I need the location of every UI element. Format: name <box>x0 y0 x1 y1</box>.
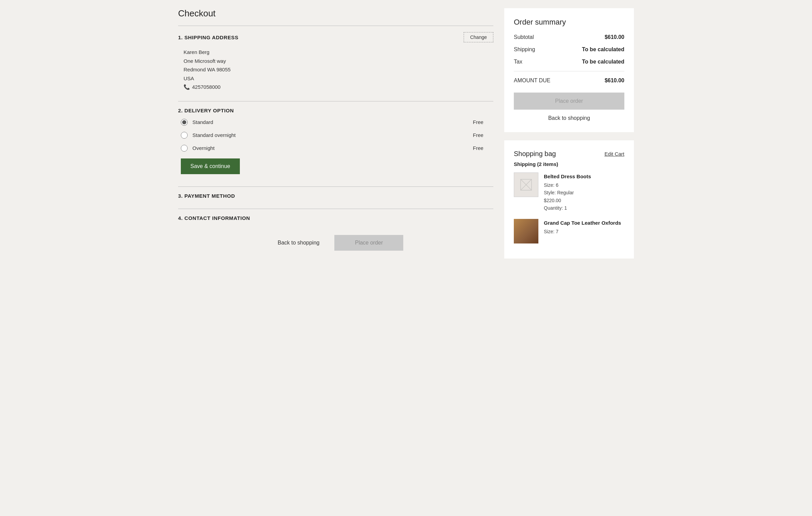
summary-row-shipping: Shipping To be calculated <box>514 46 624 53</box>
amount-due-label: AMOUNT DUE <box>514 78 550 84</box>
subtotal-value: $610.00 <box>605 34 624 40</box>
tax-value: To be calculated <box>582 59 624 65</box>
tax-label: Tax <box>514 59 522 65</box>
address-block: Karen Berg One Microsoft way Redmond WA … <box>184 48 493 92</box>
shopping-bag-header: Shopping bag Edit Cart <box>514 150 624 158</box>
phone-icon: 📞 <box>184 83 190 92</box>
amount-due-value: $610.00 <box>605 78 624 84</box>
delivery-options: Standard Free Standard overnight Free Ov… <box>181 119 493 152</box>
bag-item-qty-0: Quantity: 1 <box>544 204 624 212</box>
order-summary-title: Order summary <box>514 18 624 27</box>
summary-row-tax: Tax To be calculated <box>514 59 624 65</box>
subtotal-label: Subtotal <box>514 34 534 40</box>
delivery-price-standard-overnight: Free <box>473 132 493 138</box>
delivery-radio-standard-overnight[interactable] <box>181 132 188 139</box>
delivery-radio-overnight[interactable] <box>181 145 188 152</box>
main-content: Checkout 1. SHIPPING ADDRESS Change Kare… <box>178 8 493 257</box>
delivery-price-overnight: Free <box>473 145 493 151</box>
delivery-label-standard-overnight: Standard overnight <box>192 132 468 138</box>
delivery-divider <box>178 101 493 101</box>
bag-item-name-0: Belted Dress Boots <box>544 172 624 181</box>
address-name: Karen Berg <box>184 48 493 57</box>
delivery-price-standard: Free <box>473 119 493 125</box>
shipping-group-label: Shipping (2 items) <box>514 161 624 167</box>
back-to-shopping-sidebar-button[interactable]: Back to shopping <box>514 115 624 121</box>
place-order-bottom-button[interactable]: Place order <box>334 235 403 251</box>
address-street: One Microsoft way <box>184 57 493 66</box>
delivery-header: 2. DELIVERY OPTION <box>178 108 493 113</box>
payment-title: 3. PAYMENT METHOD <box>178 193 235 199</box>
contact-title: 4. CONTACT INFORMATION <box>178 215 250 221</box>
delivery-option-overnight[interactable]: Overnight Free <box>181 145 493 152</box>
payment-divider <box>178 186 493 187</box>
address-city: Redmond WA 98055 <box>184 65 493 74</box>
edit-cart-button[interactable]: Edit Cart <box>605 151 624 157</box>
bag-item-style-0: Style: Regular <box>544 189 624 196</box>
bag-item-1: Grand Cap Toe Leather Oxfords Size: 7 <box>514 219 624 243</box>
page-wrapper: Checkout 1. SHIPPING ADDRESS Change Kare… <box>167 0 645 267</box>
bag-item-image-1 <box>514 219 538 243</box>
address-phone: 📞 4257058000 <box>184 83 493 92</box>
delivery-title: 2. DELIVERY OPTION <box>178 108 234 113</box>
bag-item-name-1: Grand Cap Toe Leather Oxfords <box>544 219 624 227</box>
bag-item-price-0: $220.00 <box>544 197 624 204</box>
shipping-header: 1. SHIPPING ADDRESS Change <box>178 32 493 42</box>
summary-row-subtotal: Subtotal $610.00 <box>514 34 624 40</box>
bottom-actions: Back to shopping Place order <box>178 235 493 251</box>
delivery-label-standard: Standard <box>192 119 468 125</box>
sidebar: Order summary Subtotal $610.00 Shipping … <box>504 8 634 259</box>
page-title: Checkout <box>178 8 493 19</box>
shipping-section: 1. SHIPPING ADDRESS Change Karen Berg On… <box>178 32 493 92</box>
contact-section: 4. CONTACT INFORMATION <box>178 215 493 221</box>
bag-item-image-0 <box>514 172 538 197</box>
bag-item-details-0: Belted Dress Boots Size: 6 Style: Regula… <box>544 172 624 212</box>
bag-item-0: Belted Dress Boots Size: 6 Style: Regula… <box>514 172 624 212</box>
order-summary-card: Order summary Subtotal $610.00 Shipping … <box>504 8 634 132</box>
delivery-option-standard-overnight[interactable]: Standard overnight Free <box>181 132 493 139</box>
bag-item-details-1: Grand Cap Toe Leather Oxfords Size: 7 <box>544 219 624 235</box>
place-order-sidebar-button[interactable]: Place order <box>514 93 624 110</box>
contact-divider <box>178 209 493 209</box>
address-country: USA <box>184 74 493 83</box>
change-address-button[interactable]: Change <box>464 32 493 42</box>
save-continue-button[interactable]: Save & continue <box>181 158 240 174</box>
shopping-bag-card: Shopping bag Edit Cart Shipping (2 items… <box>504 140 634 259</box>
summary-row-amount-due: AMOUNT DUE $610.00 <box>514 71 624 84</box>
delivery-section: 2. DELIVERY OPTION Standard Free Standar… <box>178 108 493 177</box>
back-to-shopping-bottom-button[interactable]: Back to shopping <box>268 235 329 251</box>
shipping-title: 1. SHIPPING ADDRESS <box>178 34 238 40</box>
delivery-option-standard[interactable]: Standard Free <box>181 119 493 126</box>
delivery-radio-standard[interactable] <box>181 119 188 126</box>
shipping-label-summary: Shipping <box>514 46 535 53</box>
bag-item-size-0: Size: 6 <box>544 181 624 189</box>
bag-item-size-1: Size: 7 <box>544 228 624 235</box>
delivery-label-overnight: Overnight <box>192 145 468 151</box>
payment-section: 3. PAYMENT METHOD <box>178 193 493 199</box>
shopping-bag-title: Shopping bag <box>514 150 556 158</box>
shipping-divider <box>178 26 493 26</box>
shipping-value: To be calculated <box>582 46 624 53</box>
